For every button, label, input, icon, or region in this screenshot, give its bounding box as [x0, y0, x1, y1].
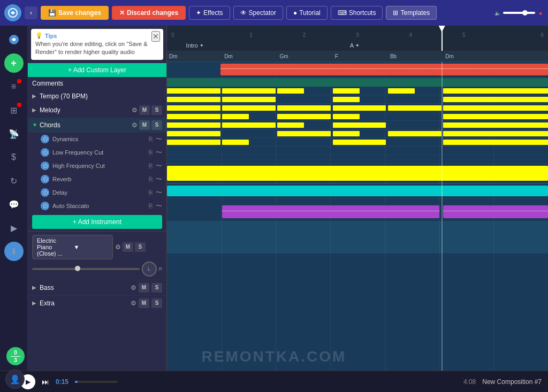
tutorial-icon: ●	[293, 9, 297, 17]
note-row-3[interactable]	[167, 104, 548, 112]
extra-mute-button[interactable]: M	[139, 298, 149, 308]
extra-gear-icon[interactable]: ⚙	[131, 299, 136, 307]
pan-control: L R	[32, 262, 162, 276]
sidebar-icon-grid[interactable]: ⊞	[4, 101, 24, 120]
sidebar-icon-menu[interactable]: ≡	[4, 77, 24, 96]
note-row-2[interactable]	[167, 95, 548, 104]
forward-button[interactable]: ⏭	[42, 378, 49, 386]
save-button[interactable]: 💾 Save changes	[41, 6, 109, 20]
dynamics-wave-icon[interactable]: 〜	[156, 135, 162, 144]
user-icon-button[interactable]: 👤	[5, 370, 25, 389]
tips-close-button[interactable]: ✕	[151, 31, 160, 42]
reverb-wave-icon[interactable]: 〜	[156, 175, 162, 184]
low-freq-copy-icon[interactable]: ⎘	[149, 149, 153, 156]
sidebar-icon-chat[interactable]: 💬	[4, 195, 24, 214]
volume-slider[interactable]	[503, 12, 535, 14]
add-custom-layer-button[interactable]: + Add Custom Layer	[28, 63, 166, 77]
sidebar-icon-radio[interactable]: 📡	[4, 124, 24, 143]
sidebar-icon-add[interactable]: +	[4, 53, 24, 73]
reverb-copy-icon[interactable]: ⎘	[149, 175, 153, 183]
note-row-7[interactable]	[167, 138, 548, 147]
low-freq-wave-icon[interactable]: 〜	[156, 148, 162, 157]
chords-gear-icon[interactable]: ⚙	[132, 121, 138, 129]
auto-staccato-power-button[interactable]: ⏻	[41, 202, 49, 210]
sidebar-icon-download[interactable]: ⬇	[4, 242, 24, 261]
time-progress-bar[interactable]	[75, 381, 118, 383]
sidebar-icon-refresh[interactable]: ↻	[4, 171, 24, 190]
piano-yellow-block[interactable]	[167, 166, 548, 181]
bass-mute-button[interactable]: M	[139, 283, 149, 293]
layer-list: Comments ▶ Tempo (70 BPM) ▶ Melody ⚙ M S…	[28, 77, 166, 371]
track-area[interactable]: C4	[167, 62, 548, 371]
note-row-4[interactable]: C3	[167, 112, 548, 121]
note-row-1[interactable]: C4	[167, 87, 548, 95]
transport-bar: ⏮ ▶ ⏭ 0:15 4:08 New Composition #7	[0, 371, 548, 392]
auto-staccato-copy-icon[interactable]: ⎘	[149, 202, 153, 210]
note-row-6[interactable]	[167, 129, 548, 138]
high-freq-wave-icon[interactable]: 〜	[156, 162, 162, 171]
instrument-gear-icon[interactable]: ⚙	[115, 243, 121, 251]
sidebar-icon-dollar[interactable]: $	[4, 148, 24, 167]
chords-mute-button[interactable]: M	[139, 120, 150, 130]
discard-button[interactable]: ✕ Discard changes	[112, 6, 186, 20]
extra-block-1[interactable]	[222, 205, 439, 218]
note-row-5[interactable]	[167, 121, 548, 129]
instrument-mute-button[interactable]: M	[123, 242, 133, 252]
chords-layer[interactable]: ▼ Chords ⚙ M S	[28, 118, 166, 133]
high-freq-copy-icon[interactable]: ⎘	[149, 162, 153, 170]
bass-layer[interactable]: ▶ Bass ⚙ M S	[28, 280, 166, 295]
delay-effect: ⏻ Delay ⎘ 〜	[28, 186, 166, 199]
bass-gear-icon[interactable]: ⚙	[131, 284, 136, 291]
pan-knob[interactable]: L	[142, 262, 157, 276]
extra-layer[interactable]: ▶ Extra ⚙ M S	[28, 295, 166, 311]
note-row-8[interactable]	[167, 147, 548, 155]
melody-label: Melody	[40, 106, 130, 114]
tutorial-button[interactable]: ● Tutorial	[286, 6, 328, 20]
effects-button[interactable]: ✦ Effects	[189, 6, 230, 20]
melody-gear-icon[interactable]: ⚙	[132, 106, 138, 114]
add-instrument-label: + Add Instrument	[73, 218, 121, 226]
spectator-button[interactable]: 👁 Spectator	[233, 6, 283, 20]
templates-button[interactable]: ⊞ Templates	[386, 6, 437, 20]
auto-staccato-wave-icon[interactable]: 〜	[156, 202, 162, 211]
low-freq-power-button[interactable]: ⏻	[41, 148, 49, 157]
piano-track-row	[167, 164, 548, 184]
instrument-solo-button[interactable]: S	[135, 242, 146, 252]
sidebar-icon-logo[interactable]	[4, 30, 24, 49]
bottom-track-area[interactable]	[167, 221, 548, 253]
tempo-layer[interactable]: ▶ Tempo (70 BPM)	[28, 90, 166, 103]
dynamics-power-button[interactable]: ⏻	[41, 135, 49, 143]
melody-solo-button[interactable]: S	[151, 105, 162, 115]
reverb-power-button[interactable]: ⏻	[41, 175, 49, 183]
sidebar-icon-play[interactable]: ▶	[4, 218, 24, 237]
delay-wave-icon[interactable]: 〜	[156, 188, 162, 197]
melody-mute-button[interactable]: M	[139, 105, 150, 115]
numbers-badge[interactable]: 0 3	[6, 347, 25, 365]
shortcuts-button[interactable]: ⌨ Shortcuts	[331, 6, 383, 20]
extra-block-2[interactable]	[443, 205, 548, 218]
chords-bg-block[interactable]	[167, 78, 548, 87]
melody-block[interactable]	[220, 64, 548, 75]
instrument-dropdown[interactable]: Electric Piano (Close) ... ▼	[32, 235, 113, 259]
melody-layer[interactable]: ▶ Melody ⚙ M S	[28, 103, 166, 118]
logo[interactable]	[4, 4, 21, 21]
delay-power-button[interactable]: ⏻	[41, 188, 49, 197]
extra-solo-button[interactable]: S	[151, 298, 162, 308]
playhead[interactable]	[442, 26, 443, 51]
bass-block-1[interactable]	[167, 186, 548, 196]
ruler-tick-6: 6	[491, 32, 544, 38]
add-instrument-button[interactable]: + Add Instrument	[32, 215, 162, 229]
comments-layer[interactable]: Comments	[28, 77, 166, 90]
chords-solo-button[interactable]: S	[151, 120, 162, 130]
bass-empty-row[interactable]	[167, 199, 548, 203]
note-row-9[interactable]: C2	[167, 155, 548, 164]
pan-slider[interactable]	[32, 268, 140, 270]
chord-dm-2: Dm	[222, 53, 235, 59]
expand-button[interactable]: ›	[25, 6, 37, 19]
tempo-expand-icon: ▶	[32, 93, 37, 99]
dynamics-copy-icon[interactable]: ⎘	[149, 135, 153, 143]
high-freq-power-button[interactable]: ⏻	[41, 162, 49, 170]
delay-copy-icon[interactable]: ⎘	[149, 189, 153, 196]
bass-solo-button[interactable]: S	[151, 283, 162, 293]
timeline-ruler[interactable]: 0 1 2 3 4 5 6 Intro ✦ A ✦	[167, 26, 548, 51]
